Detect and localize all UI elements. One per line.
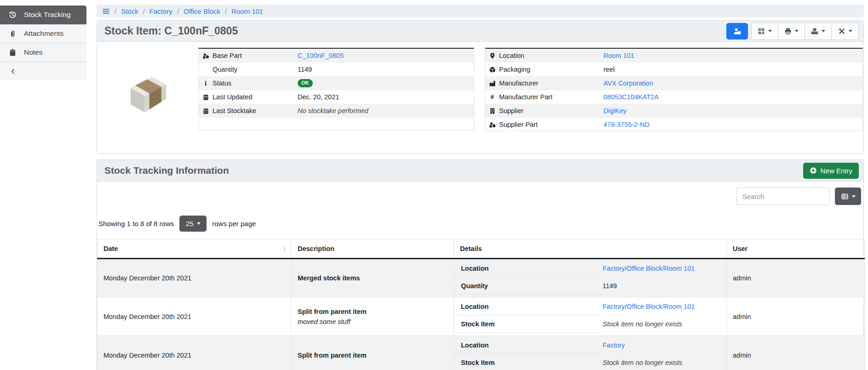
- column-header-details: Details: [454, 239, 727, 259]
- search-input[interactable]: [736, 188, 830, 205]
- rows-per-page-text: rows per page: [212, 220, 256, 228]
- clipboard-icon: [9, 49, 17, 57]
- stock-tracking-panel-header: Stock Tracking Information New Entry: [97, 160, 863, 182]
- chevron-left-icon: [10, 68, 17, 75]
- sidebar-collapse-button[interactable]: [0, 62, 86, 80]
- status-badge: OK: [298, 79, 313, 87]
- user-cell: admin: [727, 336, 865, 370]
- column-header-date[interactable]: Date: [98, 239, 292, 259]
- caret-down-icon: [197, 222, 201, 225]
- supplier-part-link[interactable]: 478-3755-2-ND: [604, 121, 650, 128]
- detail-sub-row: Location Factory: [454, 336, 726, 354]
- column-header-label: Description: [298, 245, 334, 252]
- sidebar-item-notes[interactable]: Notes: [0, 43, 86, 62]
- detail-sub-label: Quantity: [454, 277, 603, 295]
- location-link[interactable]: Factory/Office Block/Room 101: [603, 298, 695, 315]
- detail-row-manufacturer-part: # Manufacturer Part 08053C104KAT2A: [485, 90, 862, 104]
- table-row: Monday December 20th 2021 Split from par…: [98, 336, 865, 370]
- printer-icon: [784, 28, 792, 35]
- detail-sub-label: Location: [454, 336, 603, 354]
- shapes-icon: [199, 52, 213, 59]
- detail-label: Quantity: [213, 66, 298, 73]
- detail-sub-label: Stock Item: [454, 354, 603, 370]
- location-link[interactable]: Factory: [603, 336, 625, 354]
- caret-down-icon: [822, 30, 825, 32]
- stock-item-status-text: Stock item no longer exists: [603, 315, 682, 333]
- print-actions-button[interactable]: [778, 23, 805, 40]
- detail-row-base-part: Base Part C_100nF_0805: [199, 49, 474, 63]
- table-columns-button[interactable]: [835, 188, 861, 205]
- location-link[interactable]: Room 101: [604, 52, 634, 59]
- location-link[interactable]: Factory/Office Block/Room 101: [603, 260, 695, 277]
- description-cell: Split from parent item: [292, 336, 454, 370]
- menu-bars-icon[interactable]: [102, 7, 110, 15]
- breadcrumb-link-room-101[interactable]: Room 101: [231, 7, 263, 15]
- page-title: Stock Item: C_100nF_0805: [104, 25, 238, 37]
- caret-down-icon: [849, 30, 852, 32]
- new-entry-label: New Entry: [821, 167, 852, 175]
- calendar-icon: [199, 94, 213, 101]
- quantity-value: 1149: [298, 66, 312, 73]
- breadcrumb-link-stock[interactable]: Stock: [121, 7, 138, 15]
- stock-item-toolbar: [726, 23, 859, 40]
- table-row: Monday December 20th 2021 Merged stock i…: [98, 259, 865, 297]
- supplier-link[interactable]: DigiKey: [604, 107, 627, 114]
- breadcrumb-link-office-block[interactable]: Office Block: [184, 7, 220, 15]
- caret-down-icon: [852, 195, 856, 198]
- main-content: / Stock / Factory / Office Block / Room …: [97, 0, 864, 370]
- manufacturer-link[interactable]: AVX Corporation: [604, 80, 653, 87]
- detail-row-location: Location Room 101: [485, 49, 862, 63]
- breadcrumb-link-factory[interactable]: Factory: [149, 7, 172, 15]
- plus-circle-icon: [810, 167, 817, 174]
- detail-row-packaging: Packaging reel: [485, 63, 862, 76]
- new-entry-button[interactable]: New Entry: [803, 163, 859, 179]
- caret-down-icon: [795, 30, 799, 32]
- manufacturer-part-link[interactable]: 08053C104KAT2A: [604, 93, 659, 101]
- table-header-row: Date Description Details User: [98, 239, 865, 259]
- shapes-icon: [485, 121, 499, 128]
- box-icon: [485, 66, 499, 73]
- detail-sub-label: Location: [454, 260, 603, 277]
- stock-tracking-table: Date Description Details User: [97, 239, 865, 370]
- sidebar-item-stock-tracking[interactable]: Stock Tracking: [0, 6, 86, 24]
- detail-sub-label: Stock Item: [454, 315, 603, 333]
- info-icon: i: [199, 80, 213, 87]
- user-shield-button[interactable]: [726, 23, 748, 40]
- stock-actions-button[interactable]: [805, 23, 832, 40]
- base-part-link[interactable]: C_100nF_0805: [298, 52, 344, 59]
- paperclip-icon: [9, 30, 17, 38]
- date-cell: Monday December 20th 2021: [98, 259, 292, 297]
- user-cell: admin: [727, 259, 865, 297]
- page-size-dropdown[interactable]: 25: [179, 216, 207, 232]
- detail-row-supplier-part: Supplier Part 478-3755-2-ND: [485, 118, 862, 131]
- last-updated-value: Dec. 20, 2021: [298, 93, 339, 101]
- toolbar-button-group: [751, 23, 859, 40]
- breadcrumb-separator: /: [225, 7, 227, 15]
- table-list-icon: [841, 193, 849, 200]
- stock-item-status-text: Stock item no longer exists: [603, 354, 682, 370]
- description-cell: Split from parent item moved some stuff: [292, 297, 454, 336]
- detail-label: Supplier Part: [499, 121, 604, 128]
- caret-down-icon: [768, 30, 772, 32]
- detail-row-quantity: Quantity 1149: [199, 63, 474, 76]
- detail-sub-row: Location Factory/Office Block/Room 101: [454, 260, 726, 277]
- history-icon: [9, 11, 17, 19]
- sidebar-item-attachments[interactable]: Attachments: [0, 24, 86, 43]
- description-text: Split from parent item: [298, 308, 448, 315]
- packaging-value: reel: [604, 66, 615, 73]
- detail-row-manufacturer: Manufacturer AVX Corporation: [485, 76, 862, 90]
- description-note: moved some stuff: [298, 318, 448, 325]
- barcode-actions-button[interactable]: [752, 23, 778, 40]
- date-cell: Monday December 20th 2021: [98, 297, 292, 336]
- hash-icon: #: [485, 93, 499, 101]
- item-actions-button[interactable]: [832, 23, 858, 40]
- industry-icon: [485, 80, 499, 87]
- detail-sub-row: Location Factory/Office Block/Room 101: [454, 298, 726, 315]
- part-image[interactable]: [119, 70, 172, 116]
- sidebar-item-label: Attachments: [24, 29, 63, 38]
- details-cell: Location Factory/Office Block/Room 101 S…: [454, 297, 727, 336]
- detail-label: Last Updated: [213, 93, 298, 101]
- stock-boxes-icon: [811, 28, 818, 35]
- details-cell: Location Factory Stock Item Stock item n…: [454, 336, 727, 370]
- table-row: Monday December 20th 2021 Split from par…: [98, 297, 865, 336]
